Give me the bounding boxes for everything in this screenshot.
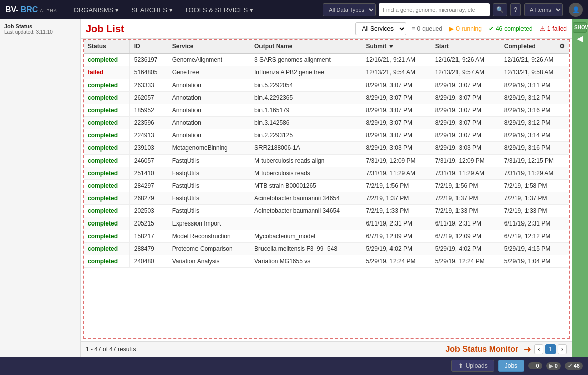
- col-submit[interactable]: Submit ▼: [362, 40, 431, 53]
- brand-logo[interactable]: BV-BRC ALPHA: [5, 5, 57, 14]
- jobs-button[interactable]: Jobs: [498, 360, 524, 372]
- uploads-button[interactable]: ⬆ Uploads: [451, 360, 494, 372]
- search-input[interactable]: [379, 3, 490, 16]
- service-filter-select[interactable]: All Services: [355, 22, 406, 35]
- cell-output-name: bin.2.2293125: [250, 129, 362, 142]
- col-service[interactable]: Service: [168, 40, 250, 53]
- cell-completed: 8/29/19, 3:14 PM: [500, 129, 569, 142]
- cell-start: 12/13/21, 9:57 AM: [431, 66, 500, 79]
- prev-page-button[interactable]: ‹: [534, 344, 543, 354]
- data-type-select[interactable]: All Data Types: [323, 3, 376, 16]
- cell-id: 224913: [129, 129, 168, 142]
- cell-completed: 7/31/19, 11:29 AM: [500, 167, 569, 180]
- cell-service: MetagenomeBinning: [168, 142, 250, 155]
- table-row[interactable]: completed 223596 Annotation bin.3.142586…: [84, 117, 569, 129]
- right-panel: SHOW ◀: [572, 19, 588, 357]
- cell-status: completed: [84, 53, 129, 66]
- cell-submit: 7/2/19, 1:37 PM: [362, 192, 431, 205]
- table-row[interactable]: completed 263333 Annotation bin.5.229205…: [84, 79, 569, 92]
- terms-select[interactable]: All terms: [524, 3, 563, 16]
- cell-service: Annotation: [168, 117, 250, 129]
- cell-output-name: Influenza A PB2 gene tree: [250, 66, 362, 79]
- cell-submit: 6/11/19, 2:31 PM: [362, 217, 431, 230]
- running-icon: ▶: [449, 25, 454, 32]
- table-row[interactable]: completed 205215 Expression Import 6/11/…: [84, 217, 569, 230]
- table-row[interactable]: completed 246057 FastqUtils M tuberculos…: [84, 155, 569, 167]
- table-row[interactable]: failed 5164805 GeneTree Influenza A PB2 …: [84, 66, 569, 79]
- cell-status: completed: [84, 104, 129, 117]
- next-page-button[interactable]: ›: [558, 344, 567, 354]
- queued-bottom-count: 0: [536, 363, 539, 369]
- cell-start: 7/2/19, 1:33 PM: [431, 205, 500, 217]
- cell-output-name: Acinetobacter baumannii 34654: [250, 205, 362, 217]
- cell-start: 5/29/19, 12:24 PM: [431, 255, 500, 268]
- cell-id: 246057: [129, 155, 168, 167]
- chevron-down-icon: ▾: [169, 6, 173, 14]
- job-status-title: Job Status: [4, 23, 76, 29]
- show-button[interactable]: SHOW: [573, 22, 587, 33]
- cell-status: completed: [84, 180, 129, 192]
- table-row[interactable]: completed 5236197 GenomeAlignment 3 SARS…: [84, 53, 569, 66]
- table-row[interactable]: completed 262057 Annotation bin.4.229236…: [84, 92, 569, 104]
- col-completed[interactable]: Completed ⚙: [500, 40, 569, 53]
- queued-label: queued: [422, 25, 442, 32]
- cell-submit: 12/13/21, 9:54 AM: [362, 66, 431, 79]
- cell-submit: 5/29/19, 4:02 PM: [362, 243, 431, 255]
- user-avatar[interactable]: 👤: [569, 3, 583, 17]
- cell-service: FastqUtils: [168, 192, 250, 205]
- col-status[interactable]: Status: [84, 40, 129, 53]
- cell-id: 202503: [129, 205, 168, 217]
- results-label: 1 - 47 of 47 results: [86, 346, 445, 353]
- cell-completed: 8/29/19, 3:11 PM: [500, 79, 569, 92]
- cell-output-name: MTB strain B00001265: [250, 180, 362, 192]
- settings-icon[interactable]: ⚙: [559, 43, 565, 50]
- nav-organisms[interactable]: ORGANISMS ▾: [68, 0, 125, 19]
- cell-submit: 8/29/19, 3:07 PM: [362, 79, 431, 92]
- nav-tools-services-label: TOOLS & SERVICES: [185, 6, 248, 14]
- page-1-button[interactable]: 1: [545, 344, 556, 354]
- cell-service: Annotation: [168, 92, 250, 104]
- table-row[interactable]: completed 239103 MetagenomeBinning SRR21…: [84, 142, 569, 155]
- nav-searches-label: SEARCHES: [131, 6, 167, 14]
- col-start[interactable]: Start: [431, 40, 500, 53]
- col-output-name[interactable]: Output Name: [250, 40, 362, 53]
- queued-count: 0: [417, 25, 420, 32]
- main-area: Job Status Last updated: 3:11:10 Job Lis…: [0, 19, 588, 357]
- cell-service: Proteome Comparison: [168, 243, 250, 255]
- collapse-icon[interactable]: ◀: [577, 34, 583, 43]
- cell-start: 7/2/19, 1:56 PM: [431, 180, 500, 192]
- monitor-label: Job Status Monitor: [445, 345, 518, 354]
- cell-submit: 8/29/19, 3:07 PM: [362, 104, 431, 117]
- table-row[interactable]: completed 284297 FastqUtils MTB strain B…: [84, 180, 569, 192]
- table-row[interactable]: completed 185952 Annotation bin.1.165179…: [84, 104, 569, 117]
- search-button[interactable]: 🔍: [493, 3, 507, 16]
- cell-status: completed: [84, 92, 129, 104]
- bottom-bar: ⬆ Uploads Jobs ≡ 0 ▶ 0 ✔ 46: [0, 357, 588, 375]
- cell-submit: 8/29/19, 3:07 PM: [362, 117, 431, 129]
- cell-output-name: bin.4.2292365: [250, 92, 362, 104]
- cell-status: completed: [84, 243, 129, 255]
- table-row[interactable]: completed 268279 FastqUtils Acinetobacte…: [84, 192, 569, 205]
- status-badges: ≡ 0 queued ▶ 0 running ✔ 46 completed ⚠ …: [411, 25, 567, 32]
- running-badge: ▶ 0 running: [449, 25, 482, 32]
- table-row[interactable]: completed 240480 Variation Analysis Vari…: [84, 255, 569, 268]
- table-row[interactable]: completed 251410 FastqUtils M tuberculos…: [84, 167, 569, 180]
- table-row[interactable]: completed 224913 Annotation bin.2.229312…: [84, 129, 569, 142]
- job-list-title: Job List: [86, 23, 124, 35]
- cell-status: completed: [84, 129, 129, 142]
- help-button[interactable]: ?: [510, 3, 521, 16]
- table-row[interactable]: completed 288479 Proteome Comparison Bru…: [84, 243, 569, 255]
- table-row[interactable]: completed 202503 FastqUtils Acinetobacte…: [84, 205, 569, 217]
- cell-status: completed: [84, 230, 129, 243]
- nav-searches[interactable]: SEARCHES ▾: [125, 0, 179, 19]
- table-header-row: Status ID Service Output Name Submit ▼ S…: [84, 40, 569, 53]
- cell-output-name: bin.1.165179: [250, 104, 362, 117]
- col-id[interactable]: ID: [129, 40, 168, 53]
- cell-output-name: 3 SARS genomes alignment: [250, 53, 362, 66]
- cell-id: 268279: [129, 192, 168, 205]
- cell-start: 8/29/19, 3:07 PM: [431, 104, 500, 117]
- nav-tools-services[interactable]: TOOLS & SERVICES ▾: [179, 0, 259, 19]
- cell-output-name: bin.3.142586: [250, 117, 362, 129]
- table-row[interactable]: completed 158217 Model Reconstruction My…: [84, 230, 569, 243]
- cell-start: 8/29/19, 3:07 PM: [431, 92, 500, 104]
